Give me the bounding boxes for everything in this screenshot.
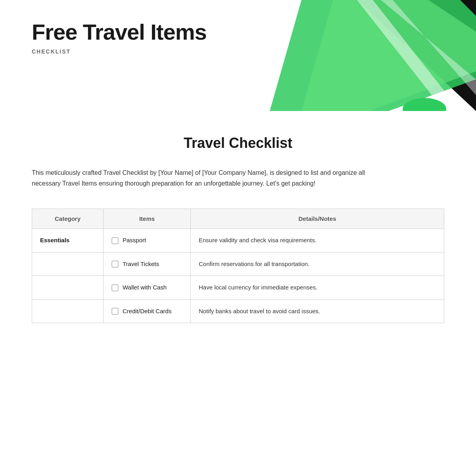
header-title: Free Travel Items [32, 20, 207, 44]
checkbox-icon[interactable] [111, 260, 119, 268]
checklist-table: Category Items Details/Notes EssentialsP… [32, 209, 444, 323]
table-row: Credit/Debit CardsNotify banks about tra… [32, 299, 444, 323]
item-text: Passport [123, 236, 146, 245]
item-text: Travel Tickets [123, 260, 159, 269]
header-decoration [230, 0, 476, 111]
item-cell: Travel Tickets [104, 252, 191, 276]
svg-rect-7 [112, 261, 118, 267]
item-label: Wallet with Cash [111, 283, 182, 292]
col-header-notes: Details/Notes [191, 209, 444, 229]
header-text-block: Free Travel Items CHECKLIST [32, 20, 207, 55]
col-header-items: Items [104, 209, 191, 229]
checkbox-icon[interactable] [111, 284, 119, 291]
table-row: EssentialsPassportEnsure validity and ch… [32, 229, 444, 253]
item-cell: Credit/Debit Cards [104, 299, 191, 323]
item-text: Credit/Debit Cards [123, 307, 171, 316]
page-title: Travel Checklist [32, 135, 444, 151]
page-description: This meticulously crafted Travel Checkli… [32, 167, 389, 189]
svg-rect-9 [112, 308, 118, 314]
main-content: Travel Checklist This meticulously craft… [0, 111, 476, 347]
svg-rect-6 [112, 238, 118, 244]
notes-cell: Ensure validity and check visa requireme… [191, 229, 444, 253]
item-label: Travel Tickets [111, 260, 182, 269]
svg-rect-8 [112, 285, 118, 291]
item-cell: Passport [104, 229, 191, 253]
item-label: Passport [111, 236, 182, 245]
table-row: Travel TicketsConfirm reservations for a… [32, 252, 444, 276]
category-cell [32, 252, 104, 276]
notes-cell: Confirm reservations for all transportat… [191, 252, 444, 276]
category-cell [32, 276, 104, 300]
item-label: Credit/Debit Cards [111, 307, 182, 316]
table-header-row: Category Items Details/Notes [32, 209, 444, 229]
checkbox-icon[interactable] [111, 237, 119, 244]
header-section: Free Travel Items CHECKLIST [0, 0, 476, 111]
category-cell [32, 299, 104, 323]
col-header-category: Category [32, 209, 104, 229]
item-cell: Wallet with Cash [104, 276, 191, 300]
table-row: Wallet with CashHave local currency for … [32, 276, 444, 300]
notes-cell: Notify banks about travel to avoid card … [191, 299, 444, 323]
header-subtitle: CHECKLIST [32, 48, 207, 55]
item-text: Wallet with Cash [123, 283, 167, 292]
category-cell: Essentials [32, 229, 104, 253]
notes-cell: Have local currency for immediate expens… [191, 276, 444, 300]
checkbox-icon[interactable] [111, 308, 119, 315]
